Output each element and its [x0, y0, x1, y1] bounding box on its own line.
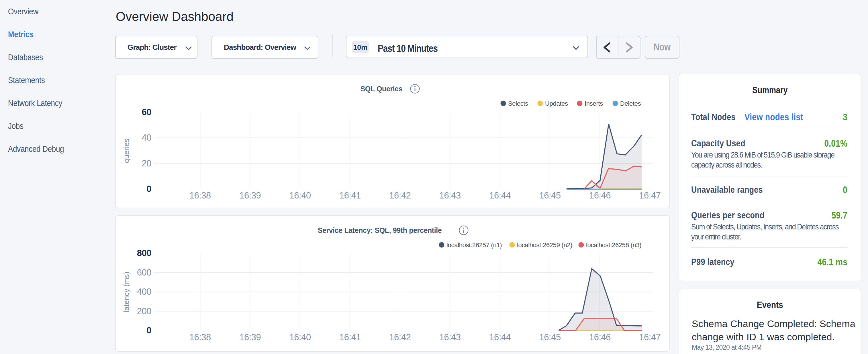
- svg-text:Service Latency: SQL, 99th per: Service Latency: SQL, 99th percentile: [318, 226, 442, 234]
- svg-text:16:39: 16:39: [239, 332, 261, 342]
- svg-text:16:44: 16:44: [489, 190, 510, 200]
- svg-text:16:47: 16:47: [639, 332, 660, 342]
- svg-text:queries: queries: [122, 139, 131, 163]
- svg-text:16:46: 16:46: [589, 332, 611, 342]
- svg-text:16:40: 16:40: [289, 332, 311, 342]
- svg-text:16:42: 16:42: [389, 332, 411, 342]
- svg-text:16:39: 16:39: [239, 190, 261, 200]
- svg-text:16:45: 16:45: [539, 190, 561, 200]
- svg-text:Selects: Selects: [508, 100, 528, 107]
- svg-text:latency (ms): latency (ms): [122, 272, 131, 313]
- svg-text:400: 400: [137, 287, 151, 297]
- svg-text:16:41: 16:41: [339, 190, 361, 200]
- svg-text:16:41: 16:41: [339, 332, 361, 342]
- svg-text:localhost:26258 (n3): localhost:26258 (n3): [586, 242, 641, 249]
- svg-text:localhost:26259 (n2): localhost:26259 (n2): [517, 242, 572, 249]
- svg-text:16:47: 16:47: [639, 190, 660, 200]
- svg-text:16:45: 16:45: [539, 332, 561, 342]
- svg-text:localhost:26257 (n1): localhost:26257 (n1): [446, 242, 502, 249]
- svg-text:16:42: 16:42: [389, 190, 411, 200]
- svg-text:16:38: 16:38: [189, 332, 211, 342]
- svg-text:16:40: 16:40: [289, 190, 311, 200]
- svg-text:SQL Queries: SQL Queries: [361, 85, 403, 93]
- svg-text:40: 40: [142, 133, 152, 142]
- svg-text:0: 0: [147, 184, 151, 194]
- svg-text:20: 20: [142, 158, 152, 168]
- svg-text:Deletes: Deletes: [620, 100, 641, 107]
- svg-text:16:44: 16:44: [489, 332, 510, 342]
- svg-text:16:46: 16:46: [589, 190, 611, 200]
- svg-text:16:38: 16:38: [189, 190, 211, 200]
- svg-text:800: 800: [137, 248, 151, 258]
- svg-text:200: 200: [137, 306, 151, 316]
- svg-text:Inserts: Inserts: [585, 100, 603, 107]
- svg-text:16:43: 16:43: [439, 190, 461, 200]
- svg-text:Updates: Updates: [545, 100, 568, 107]
- svg-text:0: 0: [147, 325, 151, 335]
- svg-text:16:43: 16:43: [439, 332, 461, 342]
- svg-text:600: 600: [137, 267, 151, 278]
- svg-text:60: 60: [142, 107, 151, 117]
